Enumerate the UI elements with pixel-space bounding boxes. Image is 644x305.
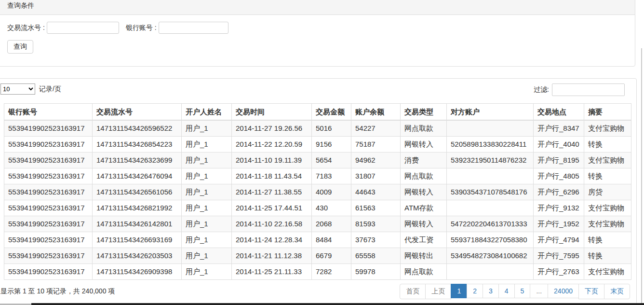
table-cell: 网点取款 (401, 264, 447, 280)
page-size-select[interactable]: 10 (0, 83, 35, 95)
table-cell: 2014-11-21 11.12.38 (232, 248, 312, 264)
table-cell: 转换 (584, 248, 631, 264)
table-cell: 网银转入 (401, 184, 447, 200)
table-cell: 5539419902523163917 (4, 200, 93, 216)
table-cell: 7282 (312, 264, 351, 280)
column-header[interactable]: 交易类型 (401, 104, 447, 121)
table-cell: 61563 (351, 200, 401, 216)
column-header[interactable]: 摘要 (584, 104, 631, 121)
table-cell: 94962 (351, 152, 401, 168)
table-cell: 2014-11-18 11.43.54 (232, 168, 312, 184)
table-cell: 5654 (312, 152, 351, 168)
account-input[interactable] (159, 22, 228, 34)
table-cell: 5539419902523163917 (4, 137, 93, 152)
table-cell: 网点取款 (401, 120, 447, 137)
table-row: 55394199025231639171471311543426323699用户… (4, 152, 631, 168)
table-row: 55394199025231639171471311543426203503用户… (4, 248, 631, 264)
serial-field-label: 交易流水号 : (7, 24, 45, 32)
table-cell: 8484 (312, 232, 351, 248)
table-cell: 5016 (312, 120, 351, 137)
table-cell: 37673 (351, 232, 401, 248)
table-cell: 2014-11-22 12.20.59 (232, 137, 312, 152)
table-row: 55394199025231639171471311543426476094用户… (4, 168, 631, 184)
table-cell: ATM存款 (401, 200, 447, 216)
table-cell: 开户行_6296 (534, 184, 584, 200)
table-cell: 5539419902523163917 (4, 120, 93, 137)
table-cell: 5472202204613701333 (447, 216, 534, 232)
query-panel-body: 交易流水号 : 银行账号 : 查询 (0, 15, 635, 60)
table-cell: 5539419902523163917 (4, 168, 93, 184)
pagination-item-末页[interactable]: 末页 (604, 284, 630, 299)
table-cell: 81593 (351, 216, 401, 232)
serial-input[interactable] (47, 22, 119, 34)
table-cell: 1471311543426596522 (93, 120, 182, 137)
table-header-row: 银行账号交易流水号开户人姓名交易时间交易金额账户余额交易类型对方账户交易地点摘要 (4, 104, 631, 121)
table-cell: 消费 (401, 152, 447, 168)
pagination-item-上页[interactable]: 上页 (425, 284, 451, 299)
column-header[interactable]: 交易金额 (312, 104, 351, 121)
query-button[interactable]: 查询 (7, 40, 33, 54)
table-cell: 2014-11-10 19.11.39 (232, 152, 312, 168)
table-cell: 开户行_2763 (534, 264, 584, 280)
table-cell: 用户_1 (182, 216, 232, 232)
pagination-item-...: ... (530, 284, 548, 298)
table-cell: 支付宝购物 (584, 216, 631, 232)
table-cell: 430 (312, 200, 351, 216)
table-row: 55394199025231639171471311543426821992用户… (4, 200, 631, 216)
pagination-item-2[interactable]: 2 (467, 284, 483, 298)
column-header[interactable]: 开户人姓名 (182, 104, 232, 121)
table-cell: 用户_1 (182, 264, 232, 280)
table-cell: 支付宝购物 (584, 152, 631, 168)
table-cell: 5539419902523163917 (4, 216, 93, 232)
pagination-item-4[interactable]: 4 (498, 284, 515, 298)
table-cell: 房贷 (584, 184, 631, 200)
table-cell: 1471311543426909398 (93, 264, 182, 280)
column-header[interactable]: 交易地点 (534, 104, 584, 121)
column-header[interactable]: 银行账号 (4, 104, 93, 121)
column-header[interactable]: 对方账户 (447, 104, 534, 121)
page: 查询条件 交易流水号 : 银行账号 : 查询 10 记录/页 过滤: (0, 0, 644, 305)
table-cell (447, 120, 534, 137)
pagination-item-1[interactable]: 1 (451, 284, 467, 298)
table-cell: 支付宝购物 (584, 120, 631, 137)
table-cell: 开户行_4794 (534, 232, 584, 248)
table-cell: 44643 (351, 184, 401, 200)
table-cell: 75187 (351, 137, 401, 152)
table-body: 55394199025231639171471311543426596522用户… (4, 120, 631, 280)
query-panel-title: 查询条件 (7, 1, 34, 9)
pagination-item-下页[interactable]: 下页 (578, 284, 604, 299)
table-cell: 开户行_8195 (534, 152, 584, 168)
table-cell: 5205898133830228411 (447, 137, 534, 152)
table-cell: 2014-11-25 21.11.33 (232, 264, 312, 280)
pagination-item-3[interactable]: 3 (483, 284, 499, 298)
results-panel: 10 记录/页 过滤: 银行账号交易流水号开户人姓名交易时间交易金额账户余额交易… (0, 78, 637, 305)
column-header[interactable]: 账户余额 (351, 104, 401, 121)
column-header[interactable]: 交易流水号 (93, 104, 182, 121)
table-toolbar: 10 记录/页 过滤: (0, 83, 632, 96)
table-cell: 1471311543426476094 (93, 168, 182, 184)
table-cell: 用户_1 (182, 137, 232, 152)
table-row: 55394199025231639171471311543426854223用户… (4, 137, 631, 152)
table-cell: 用户_1 (182, 152, 232, 168)
table-cell: 1471311543426323699 (93, 152, 182, 168)
table-cell: 6679 (312, 248, 351, 264)
filter-control: 过滤: (534, 83, 625, 96)
table-cell: 用户_1 (182, 168, 232, 184)
pagination-item-5[interactable]: 5 (514, 284, 531, 298)
table-cell: 7183 (312, 168, 351, 184)
filter-input[interactable] (552, 83, 625, 96)
table-cell: 用户_1 (182, 200, 232, 216)
table-cell: 2014-11-25 17.44.51 (232, 200, 312, 216)
table-cell: 开户行_4040 (534, 137, 584, 152)
table-cell: 65558 (351, 248, 401, 264)
page-size-label: 记录/页 (39, 85, 61, 94)
column-header[interactable]: 交易时间 (232, 104, 312, 121)
table-cell: 用户_1 (182, 184, 232, 200)
pagination-item-24000[interactable]: 24000 (548, 284, 579, 298)
table-cell: 5392321950114876232 (447, 152, 534, 168)
query-panel-heading: 查询条件 (0, 0, 635, 15)
table-cell: 1471311543426203503 (93, 248, 182, 264)
table-cell: 1471311543426561056 (93, 184, 182, 200)
pagination-item-首页[interactable]: 首页 (400, 284, 426, 299)
account-field-label: 银行账号 : (126, 24, 157, 32)
